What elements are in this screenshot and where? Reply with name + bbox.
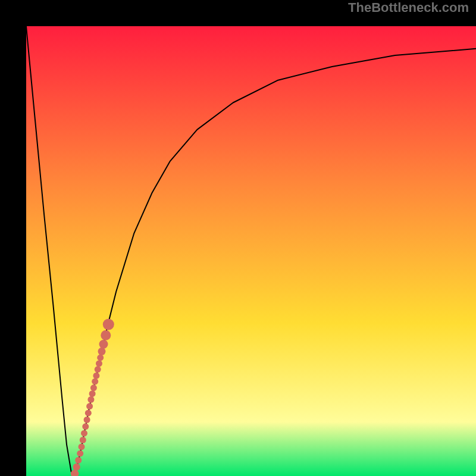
highlight-dot bbox=[87, 396, 94, 403]
highlight-dot bbox=[84, 416, 90, 423]
highlight-dot bbox=[99, 340, 108, 349]
highlight-dot bbox=[79, 443, 85, 450]
highlight-dot bbox=[86, 403, 93, 409]
highlight-dot bbox=[90, 384, 97, 391]
attribution-watermark: TheBottleneck.com bbox=[348, 0, 469, 15]
highlight-dot bbox=[101, 330, 111, 340]
highlight-dot bbox=[89, 390, 96, 397]
chart-plot-area bbox=[26, 26, 476, 476]
highlight-dot bbox=[82, 423, 89, 430]
highlight-dot bbox=[75, 457, 82, 464]
highlight-dot bbox=[95, 366, 101, 372]
highlight-dot bbox=[77, 450, 83, 457]
highlight-dot bbox=[103, 319, 114, 330]
highlight-dot bbox=[98, 347, 106, 355]
highlight-dot bbox=[96, 361, 102, 367]
highlight-dot bbox=[81, 430, 87, 437]
highlight-dot bbox=[93, 372, 99, 379]
highlight-dot bbox=[97, 355, 104, 361]
chart-frame bbox=[13, 13, 463, 463]
highlight-dot bbox=[92, 378, 98, 385]
highlight-dot bbox=[73, 464, 80, 471]
highlight-dot bbox=[80, 437, 86, 443]
highlight-dot bbox=[85, 410, 92, 416]
